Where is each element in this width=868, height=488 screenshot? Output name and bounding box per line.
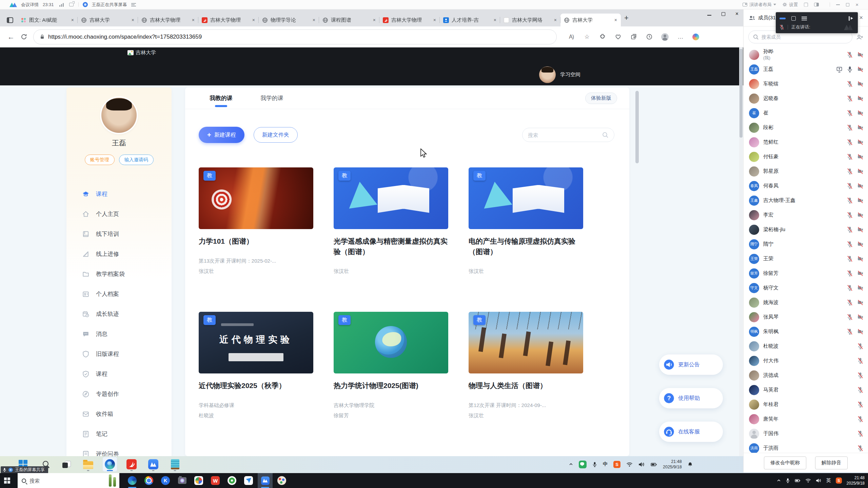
mic-muted-icon[interactable] (847, 285, 853, 291)
rename-in-meeting-button[interactable]: 修改会中昵称 (764, 456, 806, 469)
camera-off-icon[interactable] (857, 299, 863, 306)
side-panel-toggle-icon[interactable] (814, 3, 819, 6)
member-row[interactable]: 付大伟 (744, 353, 868, 368)
taskbar-edge-icon[interactable] (102, 457, 117, 472)
member-row[interactable]: 春凤 何春凤 (744, 179, 868, 193)
camera-off-icon[interactable] (857, 226, 863, 233)
refresh-button[interactable] (21, 34, 27, 40)
sidebar-item[interactable]: 个人档案 (66, 284, 172, 304)
browser-close-button[interactable]: × (735, 11, 738, 17)
browser-tab[interactable]: 物理学导论 × (259, 14, 319, 26)
camera-off-icon[interactable] (857, 66, 863, 73)
member-row[interactable]: 范鲜红 (744, 135, 868, 149)
taskbar-clock[interactable]: 21:48 2025/9/18 (847, 475, 865, 486)
camera-off-icon[interactable] (857, 270, 863, 277)
taskbar-file-explorer-icon[interactable] (81, 457, 96, 472)
taskbar-green-app-icon[interactable] (224, 473, 239, 488)
mic-muted-icon[interactable] (847, 110, 853, 116)
sogou-input-icon[interactable] (613, 461, 620, 468)
taskbar-paint-app-icon[interactable] (274, 473, 289, 488)
camera-off-icon[interactable] (857, 168, 863, 175)
taskbar-search-box[interactable] (18, 473, 119, 488)
browser-tab[interactable]: 吉林大学网络 × (500, 14, 560, 26)
sidebar-item[interactable]: 教学档案袋 (66, 264, 172, 284)
url-text[interactable]: https://i.mooc.chaoxing.com/space/index?… (48, 34, 202, 40)
mic-muted-icon[interactable] (847, 212, 853, 218)
member-list-icon[interactable] (802, 17, 807, 20)
sidebar-item[interactable]: 笔记 (66, 424, 172, 444)
course-cover[interactable]: 教 (199, 167, 313, 229)
maximize-window-button[interactable] (846, 3, 849, 6)
ime-indicator[interactable]: 英 (826, 477, 831, 484)
site-logo[interactable]: 吉林大学 (127, 49, 156, 56)
taskbar-camera-app-icon[interactable] (175, 473, 190, 488)
tab-close-icon[interactable]: × (312, 17, 316, 23)
page-scrollbar-thumb[interactable] (739, 49, 743, 138)
member-row[interactable]: 迟晓春 (744, 91, 868, 106)
taskbar-notebook-icon[interactable] (167, 457, 182, 472)
course-title[interactable]: 电的产生与传输原理虚拟仿真实验（图谱） (469, 236, 583, 257)
address-bar[interactable]: https://i.mooc.chaoxing.com/space/index?… (33, 29, 557, 44)
mic-muted-icon[interactable] (847, 314, 853, 320)
taskbar-clock[interactable]: 21:48 2025/9/18 (663, 459, 682, 470)
space-label[interactable]: 学习空间 (560, 72, 580, 78)
course-card[interactable]: 教 光学遥感成像与精密测量虚拟仿真实验（图谱） 张汉壮 (334, 167, 448, 274)
course-search-box[interactable] (522, 128, 614, 142)
course-card[interactable]: 教 力学101（图谱） 第13次开课 开课时间：2025-02-... 张汉壮 (199, 167, 313, 274)
member-row[interactable]: 梁桁楠-jlu (744, 222, 868, 237)
sidebar-item[interactable]: 课程 (66, 184, 172, 204)
camera-off-icon[interactable] (857, 241, 863, 247)
member-row[interactable]: 于国伟 (744, 426, 868, 441)
tab-my-teaching[interactable]: 我教的课 (210, 87, 233, 109)
browser-minimize-button[interactable] (707, 15, 711, 16)
member-row[interactable]: 守文 杨守文 (744, 281, 868, 295)
course-cover[interactable]: 教 (469, 167, 583, 229)
tab-close-icon[interactable]: × (191, 17, 196, 23)
member-row[interactable]: 郭星原 (744, 164, 868, 179)
battery-icon[interactable] (651, 462, 657, 467)
member-row[interactable]: 唐笑年 (744, 412, 868, 426)
mic-muted-icon[interactable] (857, 401, 863, 408)
tab-actions-icon[interactable] (7, 17, 13, 23)
browser-tab[interactable]: 图文: AI赋能 × (17, 14, 78, 26)
wifi-icon[interactable] (805, 478, 811, 483)
course-card[interactable]: 教 热力学统计物理2025(图谱) 吉林大学物理学院 徐留芳 (334, 312, 448, 419)
camera-off-icon[interactable] (857, 256, 863, 262)
invite-member-icon[interactable] (856, 34, 863, 41)
account-manage-button[interactable]: 账号管理 (85, 155, 115, 165)
camera-off-icon[interactable] (857, 197, 863, 204)
mic-muted-icon[interactable] (847, 81, 853, 87)
course-search-input[interactable] (528, 132, 602, 138)
browser-tab[interactable]: 吉林大学 × (560, 14, 621, 26)
tab-close-icon[interactable]: × (131, 17, 135, 23)
taskbar-thunder-icon[interactable] (241, 473, 256, 488)
course-cover[interactable]: 教 (334, 167, 448, 229)
sidebar-item[interactable]: 旧版课程 (66, 344, 172, 364)
mic-muted-icon[interactable] (847, 226, 853, 233)
hidden-icons-chevron[interactable] (777, 479, 781, 483)
tab-close-icon[interactable]: × (372, 17, 377, 23)
hidden-icons-chevron[interactable] (569, 462, 573, 466)
mic-muted-icon[interactable] (847, 270, 853, 277)
more-menu-icon[interactable]: … (677, 34, 684, 40)
member-row[interactable]: 洪雨 于洪雨 (744, 441, 868, 453)
member-row[interactable]: 付钰豪 (744, 149, 868, 164)
tab-close-icon[interactable]: × (493, 17, 497, 23)
member-row[interactable]: 孙晔 (我) (744, 47, 868, 62)
course-title[interactable]: 物理与人类生活（图谱） (469, 380, 583, 401)
member-row[interactable]: 段彬 (744, 120, 868, 135)
sidebar-item[interactable]: 专题创作 (66, 384, 172, 404)
tab-my-learning[interactable]: 我学的课 (260, 87, 283, 109)
mic-muted-icon[interactable] (847, 328, 853, 335)
close-panel-icon[interactable]: × (859, 14, 863, 21)
course-title[interactable]: 热力学统计物理2025(图谱) (334, 380, 448, 401)
mic-muted-icon[interactable] (857, 372, 863, 379)
camera-off-icon[interactable] (857, 154, 863, 160)
sidebar-item[interactable]: 消息 (66, 324, 172, 344)
course-title[interactable]: 力学101（图谱） (199, 236, 313, 257)
member-row[interactable]: 张凤琴 (744, 310, 868, 324)
sidebar-item[interactable]: 线上进修 (66, 244, 172, 264)
camera-off-icon[interactable] (857, 52, 863, 58)
member-row[interactable]: 姚海波 (744, 295, 868, 310)
try-new-version-button[interactable]: 体验新版 (585, 93, 617, 104)
